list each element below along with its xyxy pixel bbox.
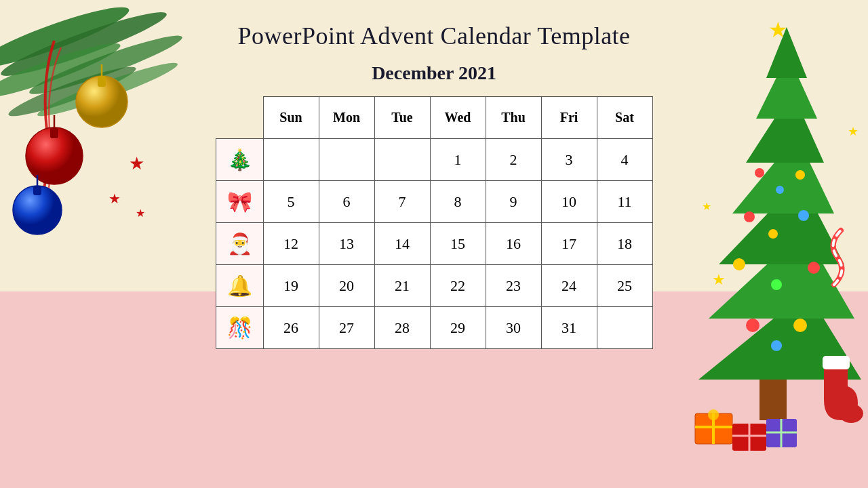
- day-cell[interactable]: 26: [263, 307, 319, 349]
- day-cell[interactable]: [319, 139, 374, 181]
- day-cell[interactable]: 30: [486, 307, 541, 349]
- day-cell[interactable]: 25: [597, 265, 652, 307]
- header-mon: Mon: [319, 97, 374, 139]
- week-icon-4: 🎊: [216, 307, 263, 349]
- day-cell[interactable]: [263, 139, 319, 181]
- week-icon-1: 🎀: [216, 181, 263, 223]
- calendar-row-3: 🔔19202122232425: [216, 265, 652, 307]
- day-cell[interactable]: 17: [541, 223, 597, 265]
- day-cell[interactable]: 8: [430, 181, 486, 223]
- day-cell[interactable]: 31: [541, 307, 597, 349]
- day-cell[interactable]: 16: [486, 223, 541, 265]
- day-cell[interactable]: 28: [374, 307, 430, 349]
- day-cell[interactable]: 9: [486, 181, 541, 223]
- calendar-row-4: 🎊262728293031: [216, 307, 652, 349]
- week-icon-0: 🎄: [216, 139, 263, 181]
- calendar-row-2: 🎅12131415161718: [216, 223, 652, 265]
- header-wed: Wed: [430, 97, 486, 139]
- header-sat: Sat: [597, 97, 652, 139]
- calendar-header-row: Sun Mon Tue Wed Thu Fri Sat: [216, 97, 652, 139]
- day-cell[interactable]: 4: [597, 139, 652, 181]
- day-cell[interactable]: 6: [319, 181, 374, 223]
- week-icon-3: 🔔: [216, 265, 263, 307]
- header-sun: Sun: [263, 97, 319, 139]
- month-title: December 2021: [0, 62, 868, 84]
- day-cell[interactable]: 2: [486, 139, 541, 181]
- day-cell[interactable]: [597, 307, 652, 349]
- day-cell[interactable]: 1: [430, 139, 486, 181]
- day-cell[interactable]: 24: [541, 265, 597, 307]
- day-cell[interactable]: 21: [374, 265, 430, 307]
- day-cell[interactable]: 7: [374, 181, 430, 223]
- day-cell[interactable]: 5: [263, 181, 319, 223]
- header-thu: Thu: [486, 97, 541, 139]
- calendar-row-0: 🎄1234: [216, 139, 652, 181]
- day-cell[interactable]: 11: [597, 181, 652, 223]
- day-cell[interactable]: 14: [374, 223, 430, 265]
- calendar-table: Sun Mon Tue Wed Thu Fri Sat 🎄1234🎀567891…: [216, 96, 653, 349]
- day-cell[interactable]: [374, 139, 430, 181]
- calendar-row-1: 🎀567891011: [216, 181, 652, 223]
- week-icon-2: 🎅: [216, 223, 263, 265]
- day-cell[interactable]: 3: [541, 139, 597, 181]
- page-title: PowerPoint Advent Calendar Template: [0, 0, 868, 50]
- day-cell[interactable]: 18: [597, 223, 652, 265]
- header-fri: Fri: [541, 97, 597, 139]
- day-cell[interactable]: 23: [486, 265, 541, 307]
- day-cell[interactable]: 12: [263, 223, 319, 265]
- day-cell[interactable]: 15: [430, 223, 486, 265]
- header-tue: Tue: [374, 97, 430, 139]
- calendar-wrapper: Sun Mon Tue Wed Thu Fri Sat 🎄1234🎀567891…: [0, 96, 868, 349]
- day-cell[interactable]: 29: [430, 307, 486, 349]
- day-cell[interactable]: 27: [319, 307, 374, 349]
- day-cell[interactable]: 19: [263, 265, 319, 307]
- day-cell[interactable]: 13: [319, 223, 374, 265]
- day-cell[interactable]: 20: [319, 265, 374, 307]
- day-cell[interactable]: 22: [430, 265, 486, 307]
- day-cell[interactable]: 10: [541, 181, 597, 223]
